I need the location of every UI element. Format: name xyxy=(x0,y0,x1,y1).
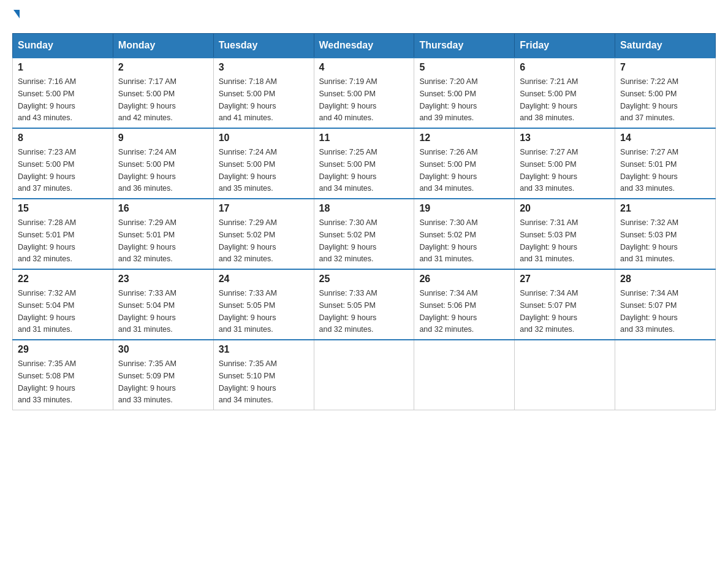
day-cell: 10 Sunrise: 7:24 AMSunset: 5:00 PMDaylig… xyxy=(213,128,314,199)
day-cell xyxy=(314,340,414,410)
week-row-4: 22 Sunrise: 7:32 AMSunset: 5:04 PMDaylig… xyxy=(13,269,716,340)
day-info: Sunrise: 7:22 AMSunset: 5:00 PMDaylight:… xyxy=(620,77,678,122)
day-number: 25 xyxy=(319,274,409,285)
week-row-2: 8 Sunrise: 7:23 AMSunset: 5:00 PMDayligh… xyxy=(13,128,716,199)
day-info: Sunrise: 7:23 AMSunset: 5:00 PMDaylight:… xyxy=(18,148,76,193)
day-number: 12 xyxy=(419,132,509,144)
day-number: 11 xyxy=(319,132,409,144)
column-header-sunday: Sunday xyxy=(13,34,113,58)
day-cell: 30 Sunrise: 7:35 AMSunset: 5:09 PMDaylig… xyxy=(113,340,213,410)
calendar-header-row: SundayMondayTuesdayWednesdayThursdayFrid… xyxy=(13,34,716,58)
day-number: 4 xyxy=(319,62,409,73)
calendar-table: SundayMondayTuesdayWednesdayThursdayFrid… xyxy=(12,33,716,410)
day-cell: 26 Sunrise: 7:34 AMSunset: 5:06 PMDaylig… xyxy=(414,269,515,340)
day-number: 20 xyxy=(520,203,610,214)
day-cell xyxy=(615,340,716,410)
day-cell: 3 Sunrise: 7:18 AMSunset: 5:00 PMDayligh… xyxy=(213,58,314,128)
day-number: 24 xyxy=(219,274,309,285)
day-number: 2 xyxy=(118,62,208,73)
column-header-thursday: Thursday xyxy=(414,34,515,58)
day-number: 27 xyxy=(520,274,610,285)
day-number: 17 xyxy=(219,203,309,214)
day-info: Sunrise: 7:31 AMSunset: 5:03 PMDaylight:… xyxy=(520,218,578,263)
logo-triangle-icon xyxy=(13,10,20,18)
day-info: Sunrise: 7:24 AMSunset: 5:00 PMDaylight:… xyxy=(219,148,277,193)
day-cell: 5 Sunrise: 7:20 AMSunset: 5:00 PMDayligh… xyxy=(414,58,515,128)
day-cell xyxy=(515,340,615,410)
day-number: 5 xyxy=(419,62,509,73)
column-header-tuesday: Tuesday xyxy=(213,34,314,58)
logo xyxy=(12,12,20,21)
day-info: Sunrise: 7:30 AMSunset: 5:02 PMDaylight:… xyxy=(319,218,377,263)
day-number: 6 xyxy=(520,62,610,73)
day-number: 1 xyxy=(18,62,108,73)
day-number: 30 xyxy=(118,344,208,355)
day-info: Sunrise: 7:33 AMSunset: 5:05 PMDaylight:… xyxy=(319,289,377,334)
day-info: Sunrise: 7:35 AMSunset: 5:10 PMDaylight:… xyxy=(219,359,277,404)
day-info: Sunrise: 7:34 AMSunset: 5:07 PMDaylight:… xyxy=(620,289,678,334)
day-info: Sunrise: 7:29 AMSunset: 5:02 PMDaylight:… xyxy=(219,218,277,263)
day-cell: 2 Sunrise: 7:17 AMSunset: 5:00 PMDayligh… xyxy=(113,58,213,128)
day-info: Sunrise: 7:32 AMSunset: 5:03 PMDaylight:… xyxy=(620,218,678,263)
day-info: Sunrise: 7:32 AMSunset: 5:04 PMDaylight:… xyxy=(18,289,76,334)
day-info: Sunrise: 7:28 AMSunset: 5:01 PMDaylight:… xyxy=(18,218,76,263)
day-cell: 29 Sunrise: 7:35 AMSunset: 5:08 PMDaylig… xyxy=(13,340,113,410)
day-info: Sunrise: 7:16 AMSunset: 5:00 PMDaylight:… xyxy=(18,77,76,122)
day-number: 29 xyxy=(18,344,108,355)
day-cell: 4 Sunrise: 7:19 AMSunset: 5:00 PMDayligh… xyxy=(314,58,414,128)
day-info: Sunrise: 7:33 AMSunset: 5:05 PMDaylight:… xyxy=(219,289,277,334)
day-cell: 12 Sunrise: 7:26 AMSunset: 5:00 PMDaylig… xyxy=(414,128,515,199)
day-cell: 19 Sunrise: 7:30 AMSunset: 5:02 PMDaylig… xyxy=(414,199,515,269)
day-cell: 25 Sunrise: 7:33 AMSunset: 5:05 PMDaylig… xyxy=(314,269,414,340)
day-info: Sunrise: 7:34 AMSunset: 5:07 PMDaylight:… xyxy=(520,289,578,334)
week-row-3: 15 Sunrise: 7:28 AMSunset: 5:01 PMDaylig… xyxy=(13,199,716,269)
day-number: 28 xyxy=(620,274,710,285)
day-cell: 15 Sunrise: 7:28 AMSunset: 5:01 PMDaylig… xyxy=(13,199,113,269)
day-cell: 1 Sunrise: 7:16 AMSunset: 5:00 PMDayligh… xyxy=(13,58,113,128)
day-info: Sunrise: 7:34 AMSunset: 5:06 PMDaylight:… xyxy=(419,289,477,334)
day-info: Sunrise: 7:17 AMSunset: 5:00 PMDaylight:… xyxy=(118,77,176,122)
day-cell: 22 Sunrise: 7:32 AMSunset: 5:04 PMDaylig… xyxy=(13,269,113,340)
day-number: 23 xyxy=(118,274,208,285)
day-cell: 24 Sunrise: 7:33 AMSunset: 5:05 PMDaylig… xyxy=(213,269,314,340)
day-cell: 20 Sunrise: 7:31 AMSunset: 5:03 PMDaylig… xyxy=(515,199,615,269)
day-cell: 16 Sunrise: 7:29 AMSunset: 5:01 PMDaylig… xyxy=(113,199,213,269)
day-number: 3 xyxy=(219,62,309,73)
day-number: 8 xyxy=(18,132,108,144)
day-cell: 14 Sunrise: 7:27 AMSunset: 5:01 PMDaylig… xyxy=(615,128,716,199)
column-header-wednesday: Wednesday xyxy=(314,34,414,58)
day-info: Sunrise: 7:21 AMSunset: 5:00 PMDaylight:… xyxy=(520,77,578,122)
day-info: Sunrise: 7:33 AMSunset: 5:04 PMDaylight:… xyxy=(118,289,176,334)
day-number: 14 xyxy=(620,132,710,144)
day-cell: 21 Sunrise: 7:32 AMSunset: 5:03 PMDaylig… xyxy=(615,199,716,269)
day-info: Sunrise: 7:18 AMSunset: 5:00 PMDaylight:… xyxy=(219,77,277,122)
day-info: Sunrise: 7:27 AMSunset: 5:00 PMDaylight:… xyxy=(520,148,578,193)
page-header xyxy=(12,12,716,21)
day-info: Sunrise: 7:25 AMSunset: 5:00 PMDaylight:… xyxy=(319,148,377,193)
day-info: Sunrise: 7:35 AMSunset: 5:09 PMDaylight:… xyxy=(118,359,176,404)
day-info: Sunrise: 7:35 AMSunset: 5:08 PMDaylight:… xyxy=(18,359,76,404)
day-cell: 9 Sunrise: 7:24 AMSunset: 5:00 PMDayligh… xyxy=(113,128,213,199)
column-header-saturday: Saturday xyxy=(615,34,716,58)
day-cell: 28 Sunrise: 7:34 AMSunset: 5:07 PMDaylig… xyxy=(615,269,716,340)
day-number: 19 xyxy=(419,203,509,214)
day-cell: 17 Sunrise: 7:29 AMSunset: 5:02 PMDaylig… xyxy=(213,199,314,269)
day-number: 26 xyxy=(419,274,509,285)
day-cell: 27 Sunrise: 7:34 AMSunset: 5:07 PMDaylig… xyxy=(515,269,615,340)
day-info: Sunrise: 7:29 AMSunset: 5:01 PMDaylight:… xyxy=(118,218,176,263)
day-cell: 31 Sunrise: 7:35 AMSunset: 5:10 PMDaylig… xyxy=(213,340,314,410)
day-number: 22 xyxy=(18,274,108,285)
day-number: 13 xyxy=(520,132,610,144)
day-info: Sunrise: 7:27 AMSunset: 5:01 PMDaylight:… xyxy=(620,148,678,193)
day-cell xyxy=(414,340,515,410)
day-number: 7 xyxy=(620,62,710,73)
column-header-friday: Friday xyxy=(515,34,615,58)
day-cell: 13 Sunrise: 7:27 AMSunset: 5:00 PMDaylig… xyxy=(515,128,615,199)
day-number: 10 xyxy=(219,132,309,144)
day-cell: 7 Sunrise: 7:22 AMSunset: 5:00 PMDayligh… xyxy=(615,58,716,128)
day-info: Sunrise: 7:20 AMSunset: 5:00 PMDaylight:… xyxy=(419,77,477,122)
week-row-5: 29 Sunrise: 7:35 AMSunset: 5:08 PMDaylig… xyxy=(13,340,716,410)
week-row-1: 1 Sunrise: 7:16 AMSunset: 5:00 PMDayligh… xyxy=(13,58,716,128)
day-cell: 6 Sunrise: 7:21 AMSunset: 5:00 PMDayligh… xyxy=(515,58,615,128)
day-number: 21 xyxy=(620,203,710,214)
